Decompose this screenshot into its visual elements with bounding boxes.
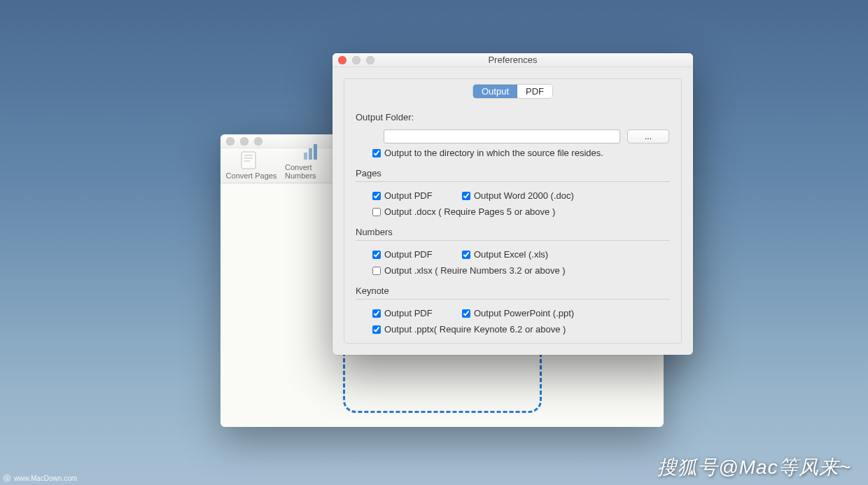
checkbox-icon[interactable] [372,309,381,318]
checkbox-icon[interactable] [372,325,381,334]
svg-rect-2 [244,157,253,159]
svg-rect-6 [314,144,317,160]
preferences-window: Preferences Output PDF Output Folder: ..… [332,53,693,355]
checkbox-label: Output PDF [384,249,433,260]
pages-output-docx-checkbox[interactable]: Output .docx ( Require Pages 5 or above … [372,206,555,217]
tab-output[interactable]: Output [473,85,517,98]
maximize-icon [366,56,374,64]
output-to-source-checkbox[interactable]: Output to the directory in which the sou… [372,148,603,158]
minimize-icon [352,56,360,64]
tab-segmented-control: Output PDF [473,85,552,98]
checkbox-label: Output PDF [384,308,433,318]
site-credit: ↓ www.MacDown.com [3,474,77,482]
numbers-output-pdf-checkbox[interactable]: Output PDF [372,249,456,260]
pages-output-word-checkbox[interactable]: Output Word 2000 (.doc) [462,190,574,201]
svg-rect-5 [309,148,312,160]
checkbox-icon[interactable] [372,267,381,275]
numbers-section-title: Numbers [356,227,670,237]
checkbox-icon[interactable] [462,309,470,318]
numbers-output-excel-checkbox[interactable]: Output Excel (.xls) [462,249,548,260]
watermark-text: 搜狐号@Mac等风来~ [657,454,851,481]
checkbox-icon[interactable] [462,192,470,200]
checkbox-label: Output .pptx( Require Keynote 6.2 or abo… [384,324,566,335]
checkbox-icon[interactable] [372,149,381,157]
divider [356,181,670,182]
keynote-section-title: Keynote [356,286,670,296]
numbers-output-xlsx-checkbox[interactable]: Output .xlsx ( Reuire Numbers 3.2 or abo… [372,265,566,276]
toolbar-label: Convert Pages [226,171,277,180]
browse-button[interactable]: ... [627,129,669,143]
output-folder-input[interactable] [384,129,620,143]
keynote-output-pdf-checkbox[interactable]: Output PDF [372,308,456,318]
pages-icon [239,150,263,170]
toolbar-convert-pages[interactable]: Convert Pages [223,150,279,180]
checkbox-label: Output .docx ( Require Pages 5 or above … [384,206,555,217]
checkbox-icon[interactable] [462,251,470,259]
numbers-icon [301,142,325,162]
close-icon[interactable] [338,56,346,64]
preferences-titlebar: Preferences [332,53,693,67]
keynote-output-ppt-checkbox[interactable]: Output PowerPoint (.ppt) [462,308,574,318]
checkbox-label: Output to the directory in which the sou… [384,148,603,158]
down-arrow-icon: ↓ [3,474,11,482]
close-icon [226,137,234,146]
divider [356,299,670,300]
checkbox-icon[interactable] [372,251,381,259]
checkbox-icon[interactable] [372,208,381,216]
pages-output-pdf-checkbox[interactable]: Output PDF [372,190,456,201]
minimize-icon [240,137,248,146]
checkbox-label: Output .xlsx ( Reuire Numbers 3.2 or abo… [384,265,566,276]
window-title: Preferences [488,55,537,65]
checkbox-label: Output Excel (.xls) [474,249,548,260]
maximize-icon [254,137,262,146]
keynote-output-pptx-checkbox[interactable]: Output .pptx( Require Keynote 6.2 or abo… [372,324,566,335]
checkbox-label: Output Word 2000 (.doc) [474,190,574,201]
checkbox-icon[interactable] [372,192,381,200]
checkbox-label: Output PowerPoint (.ppt) [474,308,574,318]
svg-rect-1 [244,155,253,156]
tab-pdf[interactable]: PDF [517,85,552,98]
checkbox-label: Output PDF [384,190,433,201]
output-folder-label: Output Folder: [356,112,670,122]
svg-rect-4 [304,153,307,160]
pages-section-title: Pages [356,168,670,178]
credit-text: www.MacDown.com [14,475,77,482]
divider [356,240,670,241]
svg-rect-3 [244,160,250,162]
